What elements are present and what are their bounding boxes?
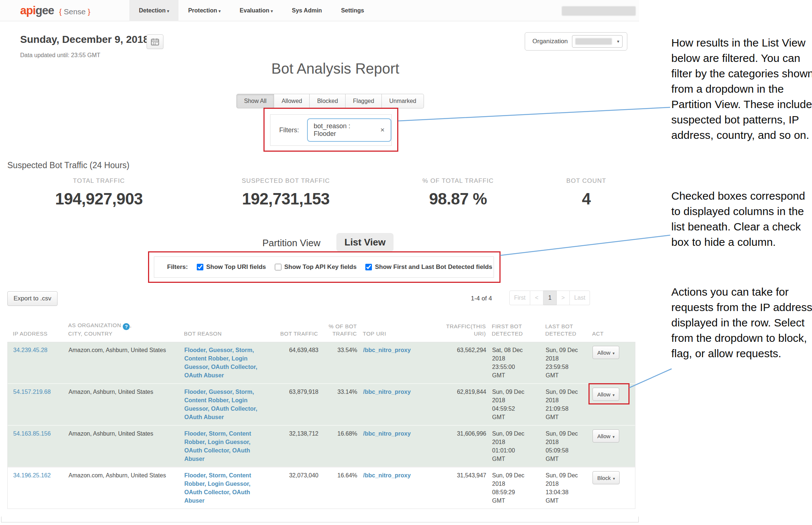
filters-label: Filters:: [167, 263, 188, 271]
first-bot-detected-cell: Sun, 09 Dec 2018 08:59:29 GMT: [492, 471, 540, 505]
action-dropdown[interactable]: Allow▾: [593, 429, 619, 443]
bot-reason-links[interactable]: Flooder, Storm, Content Robber, Login Gu…: [184, 472, 251, 504]
redacted-user-account[interactable]: [562, 6, 636, 16]
nav-item-evaluation[interactable]: Evaluation▾: [230, 0, 282, 21]
action-dropdown[interactable]: Block▾: [593, 471, 620, 484]
filter-chip-bot-reason-flooder[interactable]: bot_reason : Flooder ✕: [307, 118, 391, 142]
col-header-bot-traffic: BOT TRAFFIC: [272, 330, 318, 337]
tab-flagged[interactable]: Flagged: [346, 94, 382, 108]
tab-blocked[interactable]: Blocked: [310, 94, 346, 108]
tab-unmarked[interactable]: Unmarked: [382, 94, 424, 108]
traffic-this-uri-cell: 63,562,294: [433, 346, 486, 380]
col-header-first-bot-detected: FIRST BOT DETECTED: [492, 323, 539, 338]
checkbox-input[interactable]: [365, 264, 372, 270]
action-dropdown[interactable]: Allow▾: [593, 388, 619, 401]
col-header-ip: IP ADDRESS: [13, 330, 62, 337]
ip-address-link[interactable]: 54.157.219.68: [13, 389, 51, 395]
last-bot-detected-cell: Sun, 09 Dec 2018 21:09:58 GMT: [546, 388, 587, 421]
page-title: Bot Analysis Report: [271, 60, 399, 77]
top-uri-link[interactable]: /bbc_nitro_proxy: [363, 430, 411, 437]
logo-text-sense: { Sense }: [59, 7, 90, 16]
checkbox-input[interactable]: [275, 264, 281, 270]
pagination-controls: First < 1 > Last: [509, 291, 590, 305]
tab-partition-view[interactable]: Partition View: [262, 237, 321, 249]
checkbox-show-top-uri[interactable]: Show Top URI fields: [197, 263, 266, 271]
table-body: 34.239.45.28 Amazon.com, Ashburn, United…: [7, 342, 635, 509]
pct-bot-traffic-cell: 33.54%: [324, 346, 357, 380]
remove-filter-icon[interactable]: ✕: [380, 127, 385, 133]
nav-item-protection[interactable]: Protection▾: [178, 0, 230, 21]
bot-reason-links[interactable]: Flooder, Guessor, Storm, Content Robber,…: [184, 347, 257, 378]
col-header-bot-reason: BOT REASON: [184, 330, 266, 337]
pct-bot-traffic-cell: 16.68%: [324, 429, 357, 463]
pct-bot-traffic-cell: 16.64%: [324, 471, 357, 505]
help-icon[interactable]: ?: [123, 323, 130, 330]
chevron-down-icon: ▾: [613, 435, 615, 439]
organization-select[interactable]: ▾: [572, 35, 623, 48]
bot-traffic-cell: 32,073,040: [273, 471, 318, 505]
annotation-text-filters: How results in the List View below are f…: [671, 35, 812, 143]
chevron-down-icon: ▾: [271, 9, 273, 13]
bot-reason-links[interactable]: Flooder, Storm, Content Robber, Login Gu…: [184, 430, 251, 462]
as-organization-cell: Amazon.com, Ashburn, United States: [69, 346, 178, 380]
checkbox-show-first-last-bot[interactable]: Show First and Last Bot Detected fields: [365, 263, 492, 271]
tab-allowed[interactable]: Allowed: [274, 94, 310, 108]
logo-text-api: api: [20, 4, 36, 17]
nav-menu: Detection▾ Protection▾ Evaluation▾ Sys A…: [129, 0, 374, 21]
ip-address-link[interactable]: 34.239.45.28: [13, 347, 47, 353]
pagination-last-button[interactable]: Last: [570, 291, 590, 305]
nav-item-settings[interactable]: Settings: [332, 0, 374, 21]
chevron-down-icon: ▾: [219, 9, 221, 13]
calendar-button[interactable]: [147, 34, 163, 49]
chevron-down-icon: ▾: [617, 39, 619, 44]
top-uri-link[interactable]: /bbc_nitro_proxy: [363, 389, 411, 395]
bot-reason-links[interactable]: Flooder, Guessor, Storm, Content Robber,…: [184, 389, 257, 420]
chevron-down-icon: ▾: [613, 476, 615, 481]
export-csv-button[interactable]: Export to .csv: [7, 291, 58, 306]
traffic-this-uri-cell: 31,606,996: [433, 429, 486, 463]
pagination-first-button[interactable]: First: [509, 291, 530, 305]
stat-total-traffic: TOTAL TRAFFIC 194,927,903: [22, 177, 176, 208]
col-header-act: ACT: [592, 330, 629, 337]
traffic-this-uri-cell: 62,819,844: [433, 388, 486, 421]
stat-suspected-bot-traffic: SUSPECTED BOT TRAFFIC 192,731,153: [209, 177, 363, 208]
calendar-icon: [151, 38, 159, 45]
checkbox-show-top-api-key[interactable]: Show Top API Key fields: [275, 263, 357, 271]
pagination-page-1[interactable]: 1: [543, 291, 557, 305]
ip-address-link[interactable]: 54.163.85.156: [13, 430, 51, 437]
as-organization-cell: Amazon, Ashburn, United States: [69, 429, 178, 463]
table-header-row: IP ADDRESS AS ORGANIZATION ?, CITY, COUN…: [7, 310, 635, 342]
tab-show-all[interactable]: Show All: [236, 94, 274, 108]
last-bot-detected-cell: Sun, 09 Dec 2018 13:04:38 GMT: [546, 471, 587, 505]
nav-item-detection[interactable]: Detection▾: [129, 0, 178, 21]
window-frame-edge: [1, 517, 639, 522]
col-header-traffic-this-uri: TRAFFIC(THIS URI): [433, 323, 486, 338]
filters-label: Filters:: [279, 126, 299, 134]
tab-list-view[interactable]: List View: [336, 233, 394, 252]
annotation-text-actions: Actions you can take for requests from t…: [671, 284, 812, 361]
as-organization-cell: Amazon.com, Ashburn, United States: [69, 471, 178, 505]
pagination-next-button[interactable]: >: [557, 291, 570, 305]
first-bot-detected-cell: Sat, 08 Dec 2018 23:55:00 GMT: [492, 346, 540, 380]
as-organization-cell: Amazon, Ashburn, United States: [69, 388, 178, 421]
action-dropdown[interactable]: Allow▾: [593, 346, 619, 359]
chevron-down-icon: ▾: [167, 9, 169, 13]
bot-traffic-cell: 64,639,483: [273, 346, 318, 380]
report-date: Sunday, December 9, 2018: [20, 34, 149, 45]
top-navbar: apigee { Sense } Detection▾ Protection▾ …: [0, 0, 639, 21]
col-header-pct-bot-traffic: % OF BOT TRAFFIC: [324, 323, 357, 338]
top-uri-link[interactable]: /bbc_nitro_proxy: [363, 347, 411, 353]
nav-item-sys-admin[interactable]: Sys Admin: [283, 0, 332, 21]
chevron-down-icon: ▾: [613, 393, 615, 397]
annotation-text-checkboxes: Checked boxes correspond to displayed co…: [671, 188, 812, 250]
apigee-sense-logo[interactable]: apigee { Sense }: [20, 4, 90, 17]
filters-chip-box: Filters: bot_reason : Flooder ✕: [270, 114, 392, 146]
pagination-range: 1-4 of 4: [471, 295, 492, 302]
bot-traffic-cell: 63,879,918: [273, 388, 318, 421]
checkbox-input[interactable]: [197, 264, 203, 270]
bot-analysis-report-page: apigee { Sense } Detection▾ Protection▾ …: [0, 0, 812, 525]
ip-address-link[interactable]: 34.196.25.162: [13, 472, 51, 478]
pagination-prev-button[interactable]: <: [530, 291, 543, 305]
table-row: 34.239.45.28 Amazon.com, Ashburn, United…: [8, 342, 635, 383]
top-uri-link[interactable]: /bbc_nitro_proxy: [363, 472, 411, 478]
